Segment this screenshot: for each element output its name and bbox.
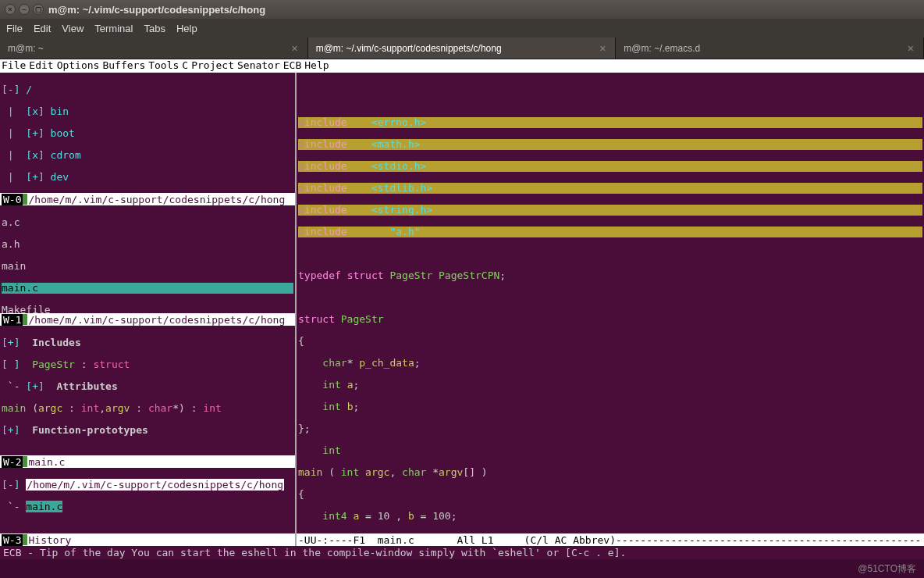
emacs-menu-senator[interactable]: Senator [237,59,280,73]
maximize-window-button[interactable]: ▢ [33,4,44,15]
w2-modeline: W-2main.c [0,455,295,468]
menu-edit[interactable]: Edit [34,23,51,34]
directory-tree[interactable]: [-] / | [x] bin | [+] boot | [x] cdrom |… [0,73,295,193]
code-buffer[interactable]: #include <errno.h> #include <math.h> #in… [297,73,924,533]
ecb-history-pane[interactable]: [-] /home/m/.vim/c-support/codesnippets/… [0,468,295,533]
window-title: m@m: ~/.vim/c-support/codesnippets/c/hon… [48,4,265,16]
emacs-menu-edit[interactable]: Edit [29,59,53,73]
tree-node[interactable]: | [+] boot [2,128,293,139]
w3-modeline: W-3History [0,533,295,546]
close-icon[interactable]: × [598,42,607,55]
tree-node[interactable]: | [+] dev [2,172,293,183]
terminal-tabs: m@m: ~ × m@m: ~/.vim/c-support/codesnipp… [0,37,924,59]
code-line: char *c = g_new(PageStrCPN); [298,533,922,533]
os-menubar: File Edit View Terminal Tabs Help [0,19,924,37]
tab-label: m@m: ~ [8,43,44,54]
code-line: struct PageStr [298,314,922,325]
w0-path: /home/m/.vim/c-support/codesnippets/c/ho… [27,194,286,205]
include-line: #include <math.h> [298,139,922,150]
outline-attributes[interactable]: `- [+] Attributes [2,381,293,392]
file-item[interactable]: a.c [2,217,293,228]
outline-main[interactable]: main (argc : int,argv : char*) : int [2,403,293,414]
code-line: main ( int argc, char *argv[] ) [298,467,922,478]
w2-path: main.c [27,456,66,468]
tab-label: m@m: ~/.emacs.d [624,43,700,54]
tab-emacsd[interactable]: m@m: ~/.emacs.d × [616,37,924,59]
file-item[interactable]: Makefile [2,305,293,313]
history-group[interactable]: [-] /home/m/.vim/c-support/codesnippets/… [2,480,293,491]
emacs-menu-help[interactable]: Help [304,59,329,73]
ecb-directories-pane[interactable]: [-] / | [x] bin | [+] boot | [x] cdrom |… [0,73,295,193]
code-line: { [298,336,922,347]
watermark-text: @51CTO博客 [858,562,916,576]
code-line: int4 a = 10 , b = 100; [298,511,922,522]
file-item[interactable]: main [2,261,293,272]
history-item[interactable]: `- main.c [2,501,293,512]
emacs-menubar: File Edit Options Buffers Tools C Projec… [0,59,924,73]
w1-path: /home/m/.vim/c-support/codesnippets/c/ho… [27,314,286,326]
code-line: int [298,445,922,456]
file-item-selected[interactable]: main.c [2,283,293,294]
code-editor[interactable]: #include <errno.h> #include <math.h> #in… [297,73,924,533]
close-icon[interactable]: × [906,42,915,55]
code-outline[interactable]: [+] Includes [ ] PageStr : struct `- [+]… [0,326,295,455]
close-window-button[interactable]: × [5,4,16,15]
tree-node[interactable]: [-] / [2,84,293,95]
window-titlebar: × – ▢ m@m: ~/.vim/c-support/codesnippets… [0,0,924,19]
code-line: { [298,489,922,500]
ecb-left-column: [-] / | [x] bin | [+] boot | [x] cdrom |… [0,73,297,546]
file-item[interactable]: a.h [2,239,293,250]
code-line: char* p_ch_data; [298,358,922,369]
history-list[interactable]: [-] /home/m/.vim/c-support/codesnippets/… [0,468,295,533]
minibuffer-text: ECB - Tip of the day You can start the e… [3,547,626,558]
minimize-window-button[interactable]: – [19,4,30,15]
menu-file[interactable]: File [6,23,23,34]
code-line: typedef struct PageStr PageStrCPN; [298,270,922,281]
file-list[interactable]: a.c a.h main main.c Makefile [0,205,295,313]
tab-label: m@m: ~/.vim/c-support/codesnippets/c/hon… [316,43,502,54]
window-controls: × – ▢ [5,4,44,15]
include-line: #include "a.h" [298,227,922,237]
code-line: int b; [298,401,922,412]
include-line: #include <stdlib.h> [298,183,922,194]
pane-tag: W-0 [2,194,23,205]
emacs-main-area: [-] / | [x] bin | [+] boot | [x] cdrom |… [0,73,924,546]
emacs-menu-project[interactable]: Project [191,59,234,73]
include-line: #include <errno.h> [298,117,922,128]
close-icon[interactable]: × [290,42,299,55]
menu-help[interactable]: Help [176,23,197,34]
ecb-sources-pane[interactable]: a.c a.h main main.c Makefile [0,205,295,313]
emacs-menu-file[interactable]: File [2,59,26,73]
tab-hong[interactable]: m@m: ~/.vim/c-support/codesnippets/c/hon… [308,37,617,59]
code-line: }; [298,423,922,434]
ecb-methods-pane[interactable]: [+] Includes [ ] PageStr : struct `- [+]… [0,326,295,455]
emacs-menu-buffers[interactable]: Buffers [102,59,145,73]
pane-tag: W-1 [2,314,23,326]
emacs-app: File Edit Options Buffers Tools C Projec… [0,59,924,559]
w0-modeline: W-0/home/m/.vim/c-support/codesnippets/c… [0,193,295,205]
outline-funcproto[interactable]: [+] Function-prototypes [2,425,293,436]
outline-includes[interactable]: [+] Includes [2,337,293,348]
watermark: @51CTO博客 [0,559,924,578]
code-line: int a; [298,380,922,391]
w1-modeline: W-1/home/m/.vim/c-support/codesnippets/c… [0,313,295,326]
menu-terminal[interactable]: Terminal [94,23,133,34]
pane-tag: W-2 [2,456,23,468]
include-line: #include <stdio.h> [298,161,922,172]
emacs-menu-options[interactable]: Options [57,59,100,73]
emacs-menu-c[interactable]: C [182,59,188,73]
emacs-minibuffer[interactable]: ECB - Tip of the day You can start the e… [0,546,924,559]
menu-view[interactable]: View [62,23,84,34]
emacs-menu-tools[interactable]: Tools [148,59,179,73]
emacs-menu-ecb[interactable]: ECB [283,59,301,73]
tree-node[interactable]: | [x] cdrom [2,150,293,161]
include-line: #include <string.h> [298,205,922,216]
menu-tabs[interactable]: Tabs [144,23,165,34]
tree-node[interactable]: | [x] bin [2,106,293,117]
outline-struct[interactable]: [ ] PageStr : struct [2,359,293,370]
tab-home[interactable]: m@m: ~ × [0,37,308,59]
editor-modeline: -UU-:----F1 main.c All L1 (C/l AC Abbrev… [297,533,924,546]
pane-tag: W-3 [2,534,23,546]
w3-path: History [27,534,72,546]
editor-column: #include <errno.h> #include <math.h> #in… [297,73,924,546]
